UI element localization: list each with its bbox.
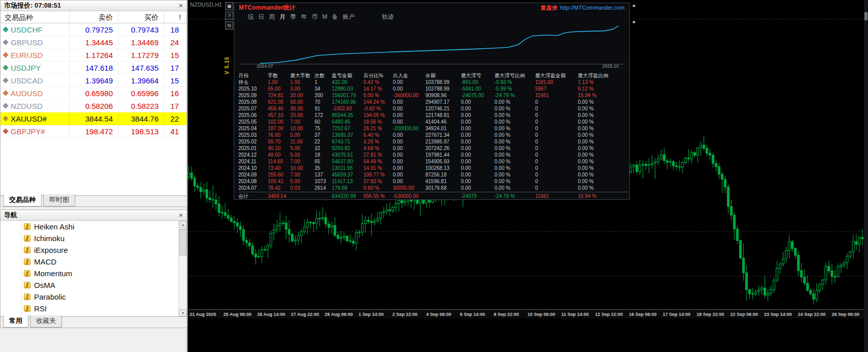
market-watch-row-gbpjpy[interactable]: GBPJPY# 198.472 198.513 41 <box>1 125 187 138</box>
vertical-scrollbar[interactable] <box>864 0 868 352</box>
stat-cell: 15.94 % <box>578 92 610 99</box>
navigator-item-osma[interactable]: ƒ OsMA <box>1 279 178 291</box>
menu-item-0[interactable]: 综 <box>247 13 254 21</box>
navigator-item-rsi[interactable]: ƒ RSI <box>1 303 178 314</box>
market-watch-row-audusd[interactable]: AUDUSD 0.65980 0.65996 16 <box>1 87 187 100</box>
stat-cell: 1.00 <box>290 79 315 85</box>
stat-cell: 103788.99 <box>425 79 461 85</box>
stat-cell: -0.83 % <box>494 79 535 85</box>
market-watch-row-usdjpy[interactable]: USDJPY 147.618 147.635 17 <box>1 62 187 74</box>
stat-cell: 11.00 <box>290 138 315 145</box>
symbol-label: GBPUSD <box>11 38 43 47</box>
menu-item-7[interactable]: M <box>322 13 327 20</box>
stat-cell: 0.00 <box>393 152 425 158</box>
navigator-item-heiken-ashi[interactable]: ƒ Heiken Ashi <box>1 221 178 232</box>
column-header-symbol[interactable]: 交易品种 <box>1 11 70 23</box>
symbol-cell: XAUUSD# <box>1 112 70 125</box>
stat-cell: 2024.09 <box>238 171 268 178</box>
stat-cell: 11417.13 <box>332 178 363 185</box>
stat-cell: 32 <box>315 145 332 152</box>
spread-value: 17 <box>164 100 187 112</box>
menu-item-1[interactable]: 日 <box>258 13 264 21</box>
indicator-label: OsMA <box>34 281 55 289</box>
stat-cell: -24.79 % <box>494 92 535 99</box>
market-watch-row-nzdusd[interactable]: NZDUSD 0.58206 0.58223 17 <box>1 100 187 112</box>
stat-cell: 0.00 <box>393 79 425 85</box>
note-icon[interactable]: N <box>225 21 233 30</box>
stat-cell: 121748.81 <box>425 112 461 119</box>
time-axis-label: 5 Sep 14:00 <box>460 312 485 317</box>
time-axis[interactable]: 21 Aug 202525 Aug 06:0026 Aug 14:0027 Au… <box>188 309 868 318</box>
market-watch-title: 市场报价: 07:08:51 <box>4 1 61 10</box>
stat-cell: -0.82 % <box>363 105 393 112</box>
chart-window[interactable]: NZDUSD,H1 ▣ ? N V 5.15 ◄ ◄ MTCommander统计… <box>188 0 868 352</box>
menu-item-2[interactable]: 周 <box>269 13 275 21</box>
menu-item-9[interactable]: 账户 <box>343 13 355 21</box>
stat-cell: -200000.00 <box>393 125 425 132</box>
column-header-ask[interactable]: 买价 <box>118 11 164 23</box>
stat-cell: 179.68 <box>332 185 363 191</box>
stat-cell: 200 <box>315 92 332 99</box>
stat-cell: 65.00 <box>268 85 290 92</box>
stat-cell: 207242.26 <box>425 145 461 152</box>
stat-cell: 0.00 <box>461 99 494 105</box>
market-watch-row-usdcad[interactable]: USDCAD 1.39649 1.39664 15 <box>1 74 187 87</box>
stat-row-2024.11: 2024.11114.607.006554637.8054.49 %0.0015… <box>238 158 628 165</box>
market-watch-row-xauusd[interactable]: XAUUSD# 3844.54 3844.76 22 <box>1 112 187 125</box>
menu-item-6[interactable]: 币 <box>312 13 318 21</box>
menu-item-8[interactable]: 备 <box>332 13 338 21</box>
brand-label: 复盘侠 <box>541 4 557 12</box>
panel-collapse-icon[interactable]: ◄ <box>631 3 636 8</box>
scroll-down-icon[interactable]: ▼ <box>179 309 187 316</box>
symbol-trend-icon <box>3 26 8 32</box>
market-watch-titlebar[interactable]: 市场报价: 07:08:51 × <box>1 1 187 11</box>
navigator-item-momentum[interactable]: ƒ Momentum <box>1 268 178 279</box>
menu-item-4[interactable]: 季 <box>290 13 296 21</box>
navigator-item-macd[interactable]: ƒ MACD <box>1 256 178 268</box>
navigator-item-ichimoku[interactable]: ƒ Ichimoku <box>1 232 178 244</box>
mtcommander-titlebar[interactable]: MTCommander统计 复盘侠 http://MTCommander.com <box>234 3 629 12</box>
stat-cell: 78.42 <box>268 185 290 191</box>
stat-cell: 724.81 <box>268 92 290 99</box>
stat-header: 最大手数 <box>290 72 315 79</box>
stat-header: 手数 <box>268 72 290 79</box>
spread-value: 18 <box>164 23 187 36</box>
scrollbar-thumb[interactable] <box>864 12 867 20</box>
market-watch-tab-0[interactable]: 交易品种 <box>3 194 42 207</box>
brand-url-link[interactable]: http://MTCommander.com <box>560 5 625 11</box>
navigator-tab-0[interactable]: 常用 <box>3 315 28 328</box>
market-watch-header: 交易品种 卖价 买价 ! <box>1 11 187 23</box>
scroll-up-icon[interactable]: ▲ <box>179 221 187 228</box>
close-icon[interactable]: × <box>179 212 183 219</box>
market-watch-row-eurusd[interactable]: EURUSD 1.17264 1.17279 15 <box>1 49 187 62</box>
help-icon[interactable]: ? <box>225 12 233 20</box>
stat-cell: 0 <box>535 185 578 191</box>
menu-item-10[interactable]: 轨迹 <box>382 13 394 21</box>
menu-item-5[interactable]: 年 <box>301 13 307 21</box>
stat-cell: 0 <box>535 158 578 165</box>
stat-cell: 0.00 <box>393 165 425 171</box>
stat-cell: 43075.51 <box>332 152 363 158</box>
column-header-spread[interactable]: ! <box>164 11 187 23</box>
navigator-scrollbar[interactable]: ▲ ▼ <box>178 221 187 316</box>
close-icon[interactable]: × <box>179 2 183 9</box>
stat-cell: 114.60 <box>268 158 290 165</box>
stat-header: 余额 <box>425 72 461 79</box>
navigator-item-iexposure[interactable]: ƒ iExposure <box>1 244 178 256</box>
scrollbar-thumb[interactable] <box>179 229 187 255</box>
column-header-bid[interactable]: 卖价 <box>70 11 118 23</box>
panel-restore-icon[interactable]: ▣ <box>225 2 233 10</box>
market-watch-row-gbpusd[interactable]: GBPUSD 1.34445 1.34469 24 <box>1 36 187 49</box>
navigator-tab-1[interactable]: 收藏夹 <box>30 315 62 328</box>
menu-item-3[interactable]: 月 <box>280 13 286 21</box>
navigator-titlebar[interactable]: 导航 × <box>1 210 187 221</box>
navigator-item-parabolic[interactable]: ƒ Parabolic <box>1 291 178 303</box>
panel-collapse-icon[interactable]: ◄ <box>631 19 636 24</box>
stat-cell: 35 <box>315 165 332 171</box>
stat-row-2024.08: 2024.08109.415.00107311417.1337.83 %0.00… <box>238 178 628 185</box>
stat-row-2025.09: 2025.09724.8120.00200156001.790.00 %-360… <box>238 92 628 99</box>
stat-cell: -24.79 % <box>494 193 535 199</box>
market-watch-row-usdchf[interactable]: USDCHF 0.79725 0.79743 18 <box>1 23 187 36</box>
stat-cell: 0 <box>535 132 578 138</box>
market-watch-tab-1[interactable]: 即时图 <box>43 194 75 207</box>
